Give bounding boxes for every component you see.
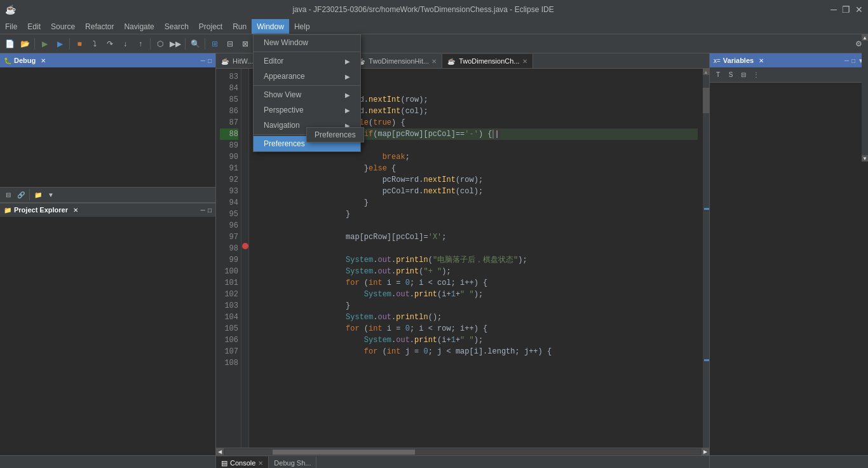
- right-panel-scrollbar[interactable]: ▲ ▼: [862, 34, 868, 162]
- debug-panel-content: [0, 67, 215, 188]
- breakpoint-gutter: [241, 69, 249, 448]
- console-tab-console[interactable]: ▤ Console ✕: [216, 457, 269, 468]
- dropdown-show-view[interactable]: Show View ▶: [254, 87, 360, 102]
- toolbar-open[interactable]: 📂: [18, 37, 32, 51]
- view-menu-button[interactable]: ▼: [45, 189, 57, 200]
- title-bar: ☕ java - JF230215-0306/src/homeWork/TwoD…: [0, 0, 868, 19]
- code-line-92: pcRow=rd.nextInt(row);: [254, 174, 698, 186]
- variables-content: [710, 83, 868, 455]
- breakpoint-marker: [242, 243, 248, 249]
- toolbar-breakpoint[interactable]: ⬡: [153, 37, 167, 51]
- debug-minimize[interactable]: ─: [201, 57, 205, 64]
- scrollbar-up[interactable]: ▲: [703, 69, 709, 75]
- toolbar-search[interactable]: 🔍: [188, 37, 202, 51]
- toolbar-step-into[interactable]: ↓: [118, 37, 132, 51]
- collapse-all-button[interactable]: ⊟: [3, 189, 14, 200]
- menu-navigate[interactable]: Navigate: [119, 19, 159, 34]
- toolbar-window-switch[interactable]: ⊠: [238, 37, 252, 51]
- code-line-107: for (int j = 0; j < map[i].length; j++) …: [254, 346, 698, 357]
- minimize-button[interactable]: ─: [831, 4, 837, 15]
- toolbar-step-over[interactable]: ↷: [103, 37, 117, 51]
- menu-help[interactable]: Help: [289, 19, 315, 34]
- variables-menu-btn[interactable]: ⋮: [750, 69, 762, 81]
- variables-close-icon[interactable]: ✕: [759, 57, 764, 64]
- explorer-maximize[interactable]: □: [208, 207, 212, 214]
- debug-title: Debug: [14, 57, 36, 64]
- dropdown-new-window[interactable]: New Window: [254, 35, 360, 50]
- code-line-98: [254, 243, 698, 254]
- toolbar-step-return[interactable]: ↑: [133, 37, 147, 51]
- toolbar-stop[interactable]: ■: [72, 37, 86, 51]
- preferences-tooltip: Preferences: [306, 127, 364, 142]
- explorer-content: [0, 217, 215, 455]
- collapse-all-vars[interactable]: ⊟: [738, 69, 749, 81]
- debug-panel-controls: ─ □: [201, 57, 212, 64]
- debug-maximize[interactable]: □: [208, 57, 212, 64]
- toolbar-run[interactable]: ▶: [53, 37, 67, 51]
- show-type-names[interactable]: T: [712, 69, 724, 81]
- sidebar: 🐛 Debug ✕ ─ □ ⊟ 🔗 📁 ▼ 📁 Project Explorer…: [0, 53, 216, 455]
- toolbar: 📄 📂 ▶ ▶ ■ ⤵ ↷ ↓ ↑ ⬡ ▶▶ 🔍 ⊞ ⊟ ⊠ ⚙: [0, 34, 868, 53]
- close-button[interactable]: ✕: [855, 4, 863, 15]
- menu-search[interactable]: Search: [159, 19, 194, 34]
- menu-window[interactable]: Window: [252, 19, 289, 34]
- hscroll-thumb[interactable]: [273, 450, 415, 455]
- menu-run[interactable]: Run: [227, 19, 252, 34]
- explorer-panel-controls: ─ □: [201, 207, 212, 214]
- toolbar-skip[interactable]: ⤵: [88, 37, 102, 51]
- menu-source[interactable]: Source: [46, 19, 80, 34]
- variables-toolbar: T S ⊟ ⋮: [710, 67, 868, 83]
- code-line-102: System.out.print(i+1+" ");: [254, 289, 698, 300]
- link-editor-button[interactable]: 🔗: [15, 189, 27, 200]
- toolbar-resume[interactable]: ▶▶: [168, 37, 182, 51]
- restore-button[interactable]: ❐: [842, 4, 850, 15]
- tab-tdch[interactable]: ☕ TwoDimensionCh... ✕: [442, 54, 532, 68]
- toolbar-perspective2[interactable]: ⊟: [223, 37, 237, 51]
- console-panel: ▤ Console ✕ Debug Sh... 🗑 ⊕ ↵ 📌 ▼ No con…: [216, 456, 709, 468]
- tab-tdhit[interactable]: ☕ TwoDimensionHit... ✕: [352, 54, 442, 68]
- code-line-101: for (int i = 0; i < col; i++) {: [254, 277, 698, 289]
- menu-project[interactable]: Project: [194, 19, 227, 34]
- scroll-left[interactable]: ◀: [216, 448, 224, 456]
- code-line-104: System.out.println();: [254, 312, 698, 323]
- app-icon: ☕: [5, 4, 16, 15]
- menu-refactor[interactable]: Refactor: [80, 19, 119, 34]
- tab-tdch-close[interactable]: ✕: [522, 58, 527, 65]
- debug-icon: 🐛: [4, 57, 11, 64]
- line-numbers: 8384858687 88 8990919293 9495969798 9910…: [216, 69, 241, 448]
- dropdown-editor[interactable]: Editor ▶: [254, 53, 360, 69]
- window-title: java - JF230215-0306/src/homeWork/TwoDim…: [16, 5, 831, 14]
- editor-scrollbar[interactable]: ▲ ▼: [703, 69, 709, 448]
- ruler-marker: [704, 208, 709, 210]
- dropdown-appearance[interactable]: Appearance ▶: [254, 69, 360, 84]
- toolbar-new[interactable]: 📄: [3, 37, 17, 51]
- console-tab-debugsh[interactable]: Debug Sh...: [269, 457, 316, 468]
- console-close[interactable]: ✕: [258, 460, 263, 467]
- bottom-right-spacer: [709, 456, 868, 468]
- explorer-panel-header: 📁 Project Explorer ✕ ─ □: [0, 203, 215, 217]
- explorer-minimize[interactable]: ─: [201, 207, 205, 214]
- menu-file[interactable]: File: [0, 19, 22, 34]
- scroll-right[interactable]: ▶: [702, 448, 709, 456]
- toolbar-perspective[interactable]: ⊞: [208, 37, 222, 51]
- show-static-fields[interactable]: S: [725, 69, 736, 81]
- variables-minimize[interactable]: ─: [844, 57, 849, 64]
- perspective-arrow: ▶: [345, 107, 350, 114]
- bottom-left-spacer: [0, 456, 216, 468]
- code-line-108: [254, 357, 698, 369]
- toolbar-debug[interactable]: ▶: [37, 37, 51, 51]
- variables-maximize[interactable]: □: [851, 57, 855, 64]
- code-line-95: }: [254, 209, 698, 220]
- new-folder-button[interactable]: 📁: [32, 189, 44, 200]
- menu-edit[interactable]: Edit: [22, 19, 46, 34]
- debug-close-icon[interactable]: ✕: [41, 57, 46, 64]
- explorer-close-icon[interactable]: ✕: [73, 207, 78, 214]
- code-line-105: for (int i = 0; i < row; i++) {: [254, 323, 698, 334]
- menu-bar: File Edit Source Refactor Navigate Searc…: [0, 19, 868, 34]
- console-tabs-bar: ▤ Console ✕ Debug Sh...: [216, 456, 709, 468]
- dropdown-perspective[interactable]: Perspective ▶: [254, 102, 360, 118]
- editor-arrow: ▶: [345, 58, 350, 65]
- tab-tdhit-close[interactable]: ✕: [431, 58, 437, 65]
- debug-panel-header: 🐛 Debug ✕ ─ □: [0, 53, 215, 67]
- scrollbar-thumb[interactable]: [703, 88, 709, 113]
